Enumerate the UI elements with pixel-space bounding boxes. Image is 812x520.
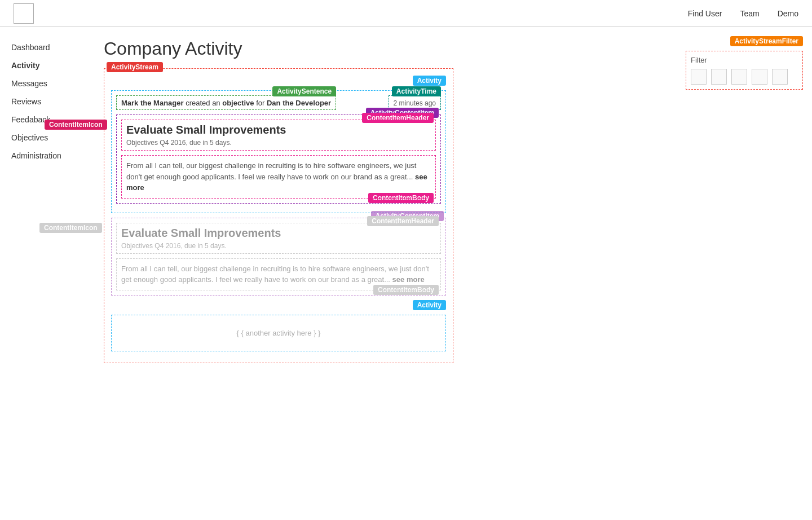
filter-box-1[interactable] xyxy=(691,69,707,85)
page-title: Company Activity xyxy=(104,38,663,59)
activity-3-outer: Activity { { another activity here } } xyxy=(111,300,446,351)
sidebar-item-objectives[interactable]: Objectives xyxy=(0,129,90,147)
sidebar-item-messages[interactable]: Messages xyxy=(0,74,90,92)
content-item-header-1: ContentItemHeader Evaluate Small Improve… xyxy=(121,120,436,151)
activity-3-badge-row: Activity xyxy=(111,300,446,312)
activity-content-item-2: ActivityContentItem ContentItemIcon Cont… xyxy=(111,218,446,296)
sidebar-item-activity[interactable]: Activity xyxy=(0,56,90,74)
activity-sentence-text: Mark the Manager created an objective fo… xyxy=(121,99,331,107)
content-title-1: Evaluate Small Improvements xyxy=(126,124,431,136)
logo xyxy=(14,3,34,24)
activity-stream-filter-badge: ActivityStreamFilter xyxy=(730,36,803,46)
activity-1-container: ActivitySentence Mark the Manager create… xyxy=(111,90,446,213)
sidebar-item-dashboard[interactable]: Dashboard xyxy=(0,38,90,56)
content-item-icon-1-badge: ContentItemIcon xyxy=(45,120,107,130)
filter-box-5[interactable] xyxy=(772,69,788,85)
content-subtitle-2: Objectives Q4 2016, due in 5 days. xyxy=(121,242,436,250)
content-body-2-inner: From all I can tell, our biggest challen… xyxy=(116,258,441,290)
sidebar-item-administration[interactable]: Administration xyxy=(0,147,90,165)
another-activity-box: { { another activity here } } xyxy=(111,315,446,351)
content-item-body-2: ContentItemBody From all I can tell, our… xyxy=(116,258,441,290)
nav-team[interactable]: Team xyxy=(740,9,759,18)
content-header-1-inner: Evaluate Small Improvements Objectives Q… xyxy=(121,120,436,151)
content-item-header-2: ContentItemHeader Evaluate Small Improve… xyxy=(116,223,441,254)
content-body-1-inner: From all I can tell, our biggest challen… xyxy=(121,155,436,199)
sidebar: Dashboard Activity Messages Reviews Feed… xyxy=(0,27,90,520)
activity-stream-badge: ActivityStream xyxy=(107,62,163,72)
content-subtitle-1: Objectives Q4 2016, due in 5 days. xyxy=(126,139,431,147)
see-more-2[interactable]: see more xyxy=(392,275,425,284)
activity-2-outer: ActivityContentItem ContentItemIcon Cont… xyxy=(111,218,446,296)
layout: Dashboard Activity Messages Reviews Feed… xyxy=(0,27,812,520)
content-header-2-inner: Evaluate Small Improvements Objectives Q… xyxy=(116,223,441,254)
filter-box-3[interactable] xyxy=(731,69,747,85)
content-item-icon-2-badge: ContentItemIcon xyxy=(39,223,102,233)
filter-badge-row: ActivityStreamFilter xyxy=(686,36,803,49)
filter-container: Filter xyxy=(686,51,803,90)
nav-find-user[interactable]: Find User xyxy=(688,9,722,18)
activity-3-badge: Activity xyxy=(413,300,446,310)
nav-demo[interactable]: Demo xyxy=(778,9,798,18)
filter-box-4[interactable] xyxy=(752,69,767,85)
activity-time-text: 2 minutes ago xyxy=(394,99,436,107)
main-content: Company Activity ActivityStream Activity… xyxy=(90,27,677,520)
sidebar-item-reviews[interactable]: Reviews xyxy=(0,92,90,111)
right-panel: ActivityStreamFilter Filter xyxy=(677,27,812,520)
filter-box-2[interactable] xyxy=(711,69,727,85)
content-item-body-1: ContentItemBody From all I can tell, our… xyxy=(121,155,436,199)
filter-boxes xyxy=(691,69,798,85)
content-item-1-box: ContentItemIcon ContentItemHeader Evalua… xyxy=(116,114,441,204)
activity-sentence-box: Mark the Manager created an objective fo… xyxy=(116,95,336,110)
sentence-target: Dan the Developer xyxy=(267,99,331,107)
another-activity-text: { { another activity here } } xyxy=(116,320,441,346)
sentence-object: objective xyxy=(222,99,254,107)
activity-1-badge: Activity xyxy=(413,76,446,86)
activity-content-item-1: ActivityContentItem ContentItemIcon Cont… xyxy=(116,114,441,204)
content-title-2: Evaluate Small Improvements xyxy=(121,227,436,240)
sentence-author: Mark the Manager xyxy=(121,99,184,107)
top-nav: Find User Team Demo xyxy=(0,0,812,27)
content-body-text-1: From all I can tell, our biggest challen… xyxy=(126,160,431,193)
content-body-text-2: From all I can tell, our biggest challen… xyxy=(121,263,436,285)
content-item-2-box: ContentItemIcon ContentItemHeader Evalua… xyxy=(111,218,446,296)
activity-stream: ActivityStream Activity ActivitySentence… xyxy=(104,68,453,363)
filter-label: Filter xyxy=(691,56,798,64)
sentence-wrapper: ActivitySentence Mark the Manager create… xyxy=(116,95,336,110)
